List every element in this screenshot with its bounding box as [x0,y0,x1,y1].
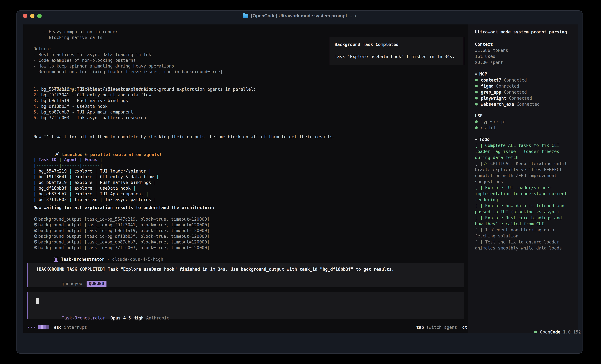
gear-icon: ⚙ [33,233,38,239]
spinner-dot [31,327,32,328]
todo-list: [ ] Complete ALL tasks to fix CLI loader… [475,143,567,251]
notification-title: Background Task Completed [335,42,399,48]
tool-result-line: - How to keep spinner animating during h… [33,63,174,69]
tool-call: ⚙background_output [task_id=bg_df18bb3f,… [33,233,210,239]
todo-item: [ ] Complete ALL tasks to fix CLI loader… [475,143,567,161]
mcp-server: figma Connected [475,83,519,89]
todo-item: [ ] Explore how data is fetched and pass… [475,203,567,215]
input-provider: Anthropic [146,316,169,320]
notification-toast[interactable]: Background Task Completed Task "Explore … [329,37,464,65]
context-tokens: 31,686 tokens [475,48,508,54]
table-row: | bg_df18bb3f | explore | useData hook | [33,185,136,191]
chevron-down-icon: ▼ [475,72,477,76]
lsp-server: eslint [475,125,496,131]
tool-result-line: Return: [33,46,51,52]
todo-heading[interactable]: ▼Todo [475,136,490,143]
status-sidebar: Ultrawork mode system prompt parsing Con… [468,24,578,333]
app-version-footer: OpenCode 1.0.152 [514,323,581,341]
gear-icon: ⚙ [33,222,38,228]
tool-result-line: - Best practices for async data loading … [33,52,151,57]
todo-item: [ ] Explore Rust core bindings and how t… [475,215,567,227]
background-task-message: [BACKGROUND TASK COMPLETED] Task "Explor… [27,263,464,287]
thinking-intro: Thinking: Excellent! I've launched 6 bac… [33,81,256,86]
tool-result-line: - Recommendations for fixing loader free… [33,69,223,75]
todo-item: [ ] Test the fix to ensure loader animat… [475,239,567,251]
thinking-item: 2. bg_f9ff3041 - CLI entry point and dat… [33,92,151,98]
tool-call: ⚙background_output [task_id=bg_5547c219,… [33,216,210,222]
context-used: 16% used [475,54,495,59]
table-row: | bg_f9ff3041 | explore | CLI entry & da… [33,174,159,180]
thinking-item: 1. bg_5547c219 - TUI loader/spinner expl… [33,86,154,92]
titlebar: [OpenCode] Ultrawork mode system prompt … [16,10,583,21]
lsp-server: typescript [475,119,506,125]
chat-area: - Heavy computation in render - Blocking… [23,24,468,333]
terminal-window: [OpenCode] Ultrawork mode system prompt … [16,10,583,354]
notification-body: Task "Explore useData hook" finished in … [335,54,455,59]
input-agent-name[interactable]: Task-Orchestrator [62,316,105,320]
table-row: | bg_37f1c003 | librarian | Ink async pa… [33,197,156,202]
agent-attribution: Task-Orchestrator · claude-opus-4-5-high [33,251,163,257]
status-dot-icon [475,120,478,123]
tool-call: ⚙background_output [task_id=bg_b0effa19,… [33,228,210,233]
spinner-block [43,325,46,329]
status-dot-icon [475,126,478,129]
thinking-block-border [28,80,29,131]
table-row: | bg_5547c219 | explore | TUI loader/spi… [33,168,151,174]
table-separator: |---------|-------|-------| [33,163,102,168]
spinner-dot [34,327,35,328]
background-task-text: [BACKGROUND TASK COMPLETED] Task "Explor… [36,267,394,272]
mcp-server: context7 Connected [475,77,527,83]
input-model[interactable]: Opus 4.5 High [110,316,144,320]
tab-key-label: switch agent [426,325,457,330]
mcp-server: grep_app Connected [475,89,527,95]
queued-row: junhoyeoQUEUED [36,275,107,292]
tool-call: ⚙background_output [task_id=bg_f9ff3041,… [33,222,210,228]
assistant-text: Now waiting for all exploration results … [33,205,215,211]
esc-key-hint: esc [54,325,61,330]
gear-icon: ⚙ [33,216,38,222]
window-title: [OpenCode] Ultrawork mode system prompt … [251,13,356,19]
lsp-heading: LSP [475,113,483,119]
status-bar: esc interrupt tab switch agent ctrl+p co… [23,322,506,333]
status-dot-icon [475,85,478,87]
todo-item: [ ] ⚠ CRITICAL: Keep iterating until Ora… [475,161,567,185]
table-row: | bg_b0effa19 | explore | Rust native bi… [33,180,156,185]
gear-icon: ⚙ [33,245,38,250]
thinking-item: 6. bg_37f1c003 - Ink async patterns rese… [33,115,146,121]
status-dot-icon [475,91,478,94]
mcp-server: websearch_exa Connected [475,101,540,107]
spinner-block [38,325,41,329]
tab-key-hint: tab [416,325,424,330]
tool-result-line: - Blocking native calls [33,35,102,40]
status-dot-icon [475,79,478,81]
todo-item: [ ] Explore TUI loader/spinner implement… [475,185,567,203]
context-heading: Context [475,41,493,48]
tool-call: ⚙background_output [task_id=bg_eb87ebb7,… [33,239,210,245]
context-spent: $0.00 spent [475,59,503,66]
assistant-text: Now I'll wait for all of them to complet… [33,134,335,140]
rocket-icon [54,151,60,157]
agent-icon [54,257,58,262]
thinking-item: 3. bg_b0effa19 - Rust native bindings [33,98,128,104]
status-dot-icon [475,97,478,99]
prompt-input[interactable]: Task-Orchestrator Opus 4.5 High Anthropi… [27,292,464,319]
launch-line: Launched 6 parallel exploration agents! [33,146,162,151]
gear-icon: ⚙ [33,239,38,245]
session-title: Ultrawork mode system prompt parsing [475,29,567,35]
text-cursor [36,298,39,304]
gear-icon: ⚙ [33,228,38,233]
status-dot-icon [475,103,478,105]
todo-item: [ ] Implement non-blocking data fetching… [475,227,567,239]
mcp-heading[interactable]: ▼MCP [475,71,487,77]
status-badge: QUEUED [87,281,107,287]
tool-call: ⚙background_output [task_id=bg_37f1c003,… [33,245,210,250]
table-header: | Task ID | Agent | Focus | [33,157,102,163]
mcp-server: playwright Connected [475,95,532,101]
warning-icon: ⚠ [483,161,488,166]
status-dot-icon [534,331,537,333]
esc-key-label: interrupt [64,325,87,330]
username: junhoyeo [62,281,82,286]
spinner-block [46,325,49,329]
folder-icon [243,14,248,18]
thinking-item: 4. bg_df18bb3f - useData hook [33,104,108,109]
